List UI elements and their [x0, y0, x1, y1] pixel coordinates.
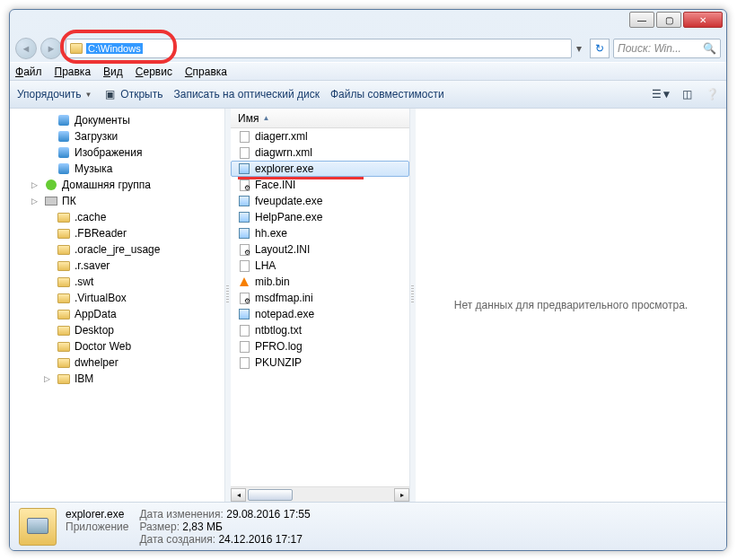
- file-row[interactable]: PKUNZIP: [231, 354, 409, 371]
- lib-icon: [57, 162, 71, 175]
- file-row[interactable]: PFRO.log: [231, 338, 409, 354]
- scroll-left-button[interactable]: ◂: [231, 488, 246, 502]
- menu-file[interactable]: Файл: [15, 66, 42, 78]
- tree-item[interactable]: dwhelper: [10, 354, 224, 371]
- tree-item[interactable]: Загрузки: [10, 128, 224, 144]
- scroll-thumb[interactable]: [248, 489, 293, 501]
- explorer-window: — ▢ ✕ ◄ ► C:\Windows ▾ ↻ Поиск: Win... 🔍…: [9, 9, 727, 551]
- tree-item[interactable]: Doctor Web: [10, 338, 224, 354]
- tree-label: AppData: [75, 308, 117, 320]
- file-row[interactable]: HelpPane.exe: [231, 209, 409, 225]
- tree-item[interactable]: AppData: [10, 306, 224, 322]
- tree-label: .r.saver: [75, 259, 110, 272]
- tree-label: Документы: [75, 114, 130, 127]
- lib-icon: [57, 114, 71, 127]
- back-button[interactable]: ◄: [15, 38, 37, 59]
- minimize-button[interactable]: —: [629, 12, 654, 28]
- tree-item[interactable]: .VirtualBox: [10, 290, 224, 306]
- tree-item[interactable]: .swt: [10, 274, 224, 290]
- maximize-button[interactable]: ▢: [656, 12, 681, 28]
- forward-button[interactable]: ►: [40, 38, 62, 59]
- address-path[interactable]: C:\Windows: [86, 43, 143, 54]
- file-row[interactable]: notepad.exe: [231, 306, 409, 322]
- tree-item[interactable]: .cache: [10, 209, 224, 225]
- lib-icon: [57, 146, 71, 159]
- horizontal-scrollbar[interactable]: ◂ ▸: [231, 486, 409, 502]
- tree-label: .swt: [75, 276, 93, 288]
- preview-pane-icon[interactable]: ◫: [680, 87, 694, 101]
- view-icon[interactable]: ☰▼: [654, 87, 669, 101]
- expand-arrow-icon[interactable]: ▷: [31, 197, 40, 206]
- close-button[interactable]: ✕: [683, 12, 723, 28]
- file-row[interactable]: Layout2.INI: [231, 241, 409, 258]
- file-row[interactable]: ntbtlog.txt: [231, 322, 409, 338]
- file-name: hh.exe: [255, 227, 287, 240]
- file-row[interactable]: hh.exe: [231, 225, 409, 241]
- tree-item[interactable]: Desktop: [10, 322, 224, 338]
- file-name: msdfmap.ini: [255, 292, 313, 304]
- file-row[interactable]: msdfmap.ini: [231, 290, 409, 306]
- column-header-name[interactable]: Имя ▲: [231, 109, 409, 128]
- file-row[interactable]: mib.bin: [231, 274, 409, 290]
- tree-item[interactable]: Документы: [10, 112, 224, 128]
- tree-label: Музыка: [75, 162, 112, 175]
- file-name: fveupdate.exe: [255, 195, 322, 207]
- file-row[interactable]: diagwrn.xml: [231, 144, 409, 161]
- file-row[interactable]: explorer.exe: [231, 161, 409, 177]
- file-list: Имя ▲ diagerr.xmldiagwrn.xmlexplorer.exe…: [231, 109, 410, 502]
- menu-edit[interactable]: Правка: [55, 66, 92, 78]
- file-name: mib.bin: [255, 276, 290, 288]
- folder-icon: [70, 43, 83, 54]
- details-size-value: 2,83 МБ: [182, 521, 223, 533]
- ini-icon: [238, 179, 250, 191]
- details-created-value: 24.12.2016 17:17: [218, 533, 302, 546]
- search-input[interactable]: Поиск: Win... 🔍: [613, 39, 721, 58]
- details-size-label: Размер:: [139, 521, 180, 533]
- file-name: diagerr.xml: [255, 130, 308, 143]
- file-name: Face.INI: [255, 179, 295, 191]
- tree-item[interactable]: ▷IBM: [10, 371, 224, 387]
- tree-item[interactable]: Музыка: [10, 161, 224, 177]
- hg-icon: [44, 179, 58, 191]
- annotation-underline: [238, 177, 364, 179]
- open-button[interactable]: ▣ Открыть: [102, 87, 162, 101]
- menu-view[interactable]: Вид: [103, 66, 123, 78]
- tree-item[interactable]: .oracle_jre_usage: [10, 241, 224, 258]
- tree-item[interactable]: .FBReader: [10, 225, 224, 241]
- details-filename: explorer.exe: [66, 508, 128, 521]
- folder-icon: [57, 292, 71, 304]
- expand-arrow-icon[interactable]: ▷: [44, 374, 53, 383]
- tree-item[interactable]: ▷Домашняя группа: [10, 177, 224, 193]
- tree-item[interactable]: ▷ПК: [10, 193, 224, 209]
- folder-icon: [57, 356, 71, 369]
- tree-item[interactable]: Изображения: [10, 144, 224, 161]
- menu-help[interactable]: Справка: [185, 66, 227, 78]
- address-dropdown[interactable]: ▾: [572, 42, 586, 55]
- file-name: Layout2.INI: [255, 243, 310, 256]
- address-bar[interactable]: C:\Windows: [66, 39, 572, 58]
- burn-button[interactable]: Записать на оптический диск: [173, 88, 320, 101]
- ini-icon: [238, 243, 250, 256]
- organize-button[interactable]: Упорядочить▼: [17, 88, 92, 101]
- file-row[interactable]: fveupdate.exe: [231, 193, 409, 209]
- file-name: PFRO.log: [255, 340, 303, 353]
- tree-item[interactable]: .r.saver: [10, 258, 224, 274]
- file-list-body[interactable]: diagerr.xmldiagwrn.xmlexplorer.exeFace.I…: [231, 128, 409, 486]
- nav-tree[interactable]: ДокументыЗагрузкиИзображенияМузыка▷Домаш…: [10, 109, 225, 502]
- refresh-button[interactable]: ↻: [590, 39, 610, 58]
- search-placeholder: Поиск: Win...: [618, 42, 681, 55]
- scroll-right-button[interactable]: ▸: [394, 488, 409, 502]
- folder-icon: [57, 324, 71, 337]
- expand-arrow-icon[interactable]: ▷: [31, 180, 40, 189]
- compat-button[interactable]: Файлы совместимости: [330, 88, 444, 101]
- splitter-right[interactable]: [410, 109, 416, 502]
- file-name: notepad.exe: [255, 308, 314, 320]
- exe-icon: [238, 211, 250, 223]
- search-icon: 🔍: [703, 42, 716, 55]
- tree-label: Doctor Web: [75, 340, 131, 353]
- menu-tools[interactable]: Сервис: [136, 66, 172, 78]
- file-row[interactable]: diagerr.xml: [231, 128, 409, 144]
- help-icon[interactable]: ❔: [705, 87, 719, 101]
- folder-icon: [57, 227, 71, 240]
- file-row[interactable]: LHA: [231, 258, 409, 274]
